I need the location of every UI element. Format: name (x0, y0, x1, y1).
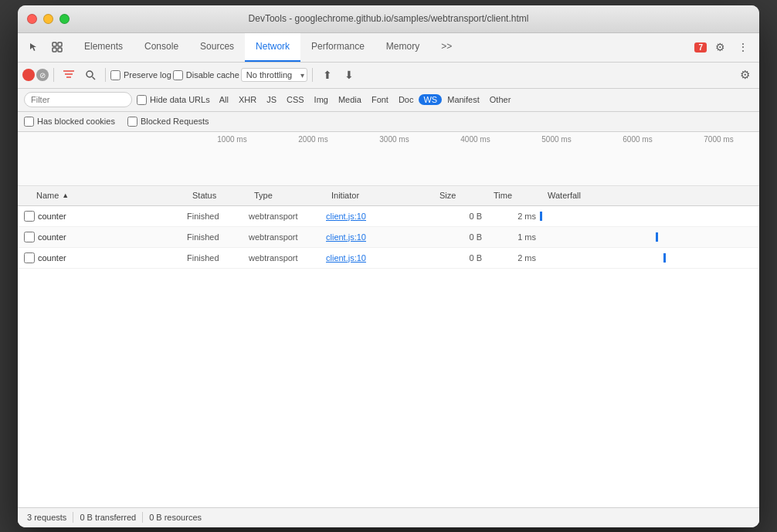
close-button[interactable] (27, 14, 37, 24)
more-options-icon[interactable]: ⋮ (733, 37, 753, 57)
requests-count: 3 requests (27, 513, 66, 522)
status-sep-1 (73, 512, 73, 523)
filter-font[interactable]: Font (367, 94, 393, 105)
row-time: 1 ms (482, 232, 536, 242)
row-checkbox[interactable] (24, 232, 35, 242)
filter-js[interactable]: JS (262, 94, 281, 105)
row-size: 0 B (428, 232, 482, 242)
row-checkbox[interactable] (24, 252, 35, 263)
status-bar: 3 requests 0 B transferred 0 B resources (18, 507, 759, 527)
disable-cache-checkbox[interactable] (173, 70, 183, 80)
hide-data-urls-checkbox[interactable] (137, 95, 147, 105)
window-title: DevTools - googlechrome.github.io/sample… (249, 13, 529, 24)
network-table: counter Finished webtransport client.js:… (18, 206, 759, 507)
ruler-7000: 7000 ms (678, 135, 759, 144)
inspect-icon[interactable] (47, 37, 67, 57)
tab-memory[interactable]: Memory (375, 32, 430, 62)
error-badge: 7 (694, 42, 707, 53)
devtools-window: DevTools - googlechrome.github.io/sample… (18, 5, 759, 527)
network-settings-icon[interactable]: ⚙ (735, 65, 755, 85)
tab-more[interactable]: >> (430, 32, 463, 62)
preserve-log-checkbox[interactable] (110, 70, 120, 80)
row-initiator: client.js:10 (320, 232, 428, 242)
col-header-name[interactable]: Name ▲ (18, 191, 186, 200)
filter-manifest[interactable]: Manifest (443, 94, 484, 105)
table-row[interactable]: counter Finished webtransport client.js:… (18, 206, 759, 227)
tab-network[interactable]: Network (245, 32, 300, 62)
resources-size: 0 B resources (149, 513, 202, 522)
svg-rect-0 (53, 42, 56, 46)
preserve-log-label[interactable]: Preserve log (110, 70, 171, 80)
blocked-requests-label[interactable]: Blocked Requests (127, 117, 209, 127)
throttle-wrap: No throttling (241, 68, 307, 82)
hide-data-urls-label[interactable]: Hide data URLs (137, 95, 210, 105)
ruler-3000: 3000 ms (354, 135, 435, 144)
throttle-select[interactable]: No throttling (241, 68, 307, 82)
has-blocked-cookies-checkbox[interactable] (24, 117, 34, 127)
waterfall-bar (663, 253, 666, 263)
separator-3 (312, 68, 313, 82)
filter-xhr[interactable]: XHR (234, 94, 261, 105)
disable-cache-label[interactable]: Disable cache (173, 70, 239, 80)
blocked-bar: Has blocked cookies Blocked Requests (18, 112, 759, 132)
filter-media[interactable]: Media (334, 94, 366, 105)
search-icon[interactable] (80, 65, 100, 85)
cursor-icon[interactable] (24, 37, 44, 57)
col-header-type[interactable]: Type (248, 191, 325, 200)
waterfall-bar (656, 232, 658, 242)
ruler-5000: 5000 ms (516, 135, 597, 144)
row-type: webtransport (243, 253, 320, 263)
blocked-requests-checkbox[interactable] (127, 117, 137, 127)
filter-ws[interactable]: WS (419, 94, 442, 105)
table-row[interactable]: counter Finished webtransport client.js:… (18, 248, 759, 269)
row-status: Finished (181, 212, 243, 221)
row-status: Finished (181, 253, 243, 263)
upload-icon[interactable]: ⬆ (317, 65, 338, 85)
svg-rect-1 (58, 42, 62, 46)
col-header-size[interactable]: Size (433, 191, 487, 200)
ruler-6000: 6000 ms (597, 135, 678, 144)
maximize-button[interactable] (59, 14, 70, 24)
filter-bar: Hide data URLs All XHR JS CSS Img Media … (18, 89, 759, 112)
tab-sources[interactable]: Sources (189, 32, 245, 62)
stop-button[interactable]: ⊘ (36, 69, 49, 81)
col-header-time[interactable]: Time (487, 191, 541, 200)
filter-icon[interactable] (59, 65, 79, 85)
tab-performance[interactable]: Performance (300, 32, 375, 62)
transferred-size: 0 B transferred (80, 513, 136, 522)
filter-css[interactable]: CSS (282, 94, 309, 105)
network-toolbar: ⊘ Preserve log Disable cache No throttli… (18, 63, 759, 89)
row-checkbox[interactable] (24, 211, 35, 222)
row-type: webtransport (243, 212, 320, 221)
download-icon[interactable]: ⬇ (339, 65, 359, 85)
row-status: Finished (181, 232, 243, 242)
row-size: 0 B (428, 212, 482, 221)
tab-elements[interactable]: Elements (73, 32, 134, 62)
svg-rect-3 (58, 48, 62, 52)
filter-input[interactable] (24, 92, 132, 107)
filter-other[interactable]: Other (485, 94, 516, 105)
table-row[interactable]: counter Finished webtransport client.js:… (18, 227, 759, 248)
filter-doc[interactable]: Doc (394, 94, 419, 105)
filter-img[interactable]: Img (310, 94, 333, 105)
filter-all[interactable]: All (215, 94, 233, 105)
devtools-panel: Elements Console Sources Network Perform… (18, 33, 759, 527)
window-controls (27, 14, 70, 24)
col-header-status[interactable]: Status (186, 191, 248, 200)
row-waterfall (536, 206, 759, 226)
col-header-waterfall[interactable]: Waterfall (541, 191, 759, 200)
minimize-button[interactable] (43, 14, 53, 24)
row-initiator: client.js:10 (320, 253, 428, 263)
settings-icon[interactable]: ⚙ (710, 37, 730, 57)
row-initiator: client.js:10 (320, 212, 428, 221)
tab-bar: Elements Console Sources Network Perform… (18, 33, 759, 63)
waterfall-bar (540, 212, 542, 221)
row-waterfall (536, 248, 759, 268)
tab-console[interactable]: Console (134, 32, 189, 62)
svg-line-5 (93, 77, 96, 80)
ruler-2000: 2000 ms (273, 135, 354, 144)
has-blocked-cookies-label[interactable]: Has blocked cookies (24, 117, 115, 127)
record-button[interactable] (22, 69, 35, 81)
ruler-1000: 1000 ms (192, 135, 273, 144)
col-header-initiator[interactable]: Initiator (325, 191, 433, 200)
